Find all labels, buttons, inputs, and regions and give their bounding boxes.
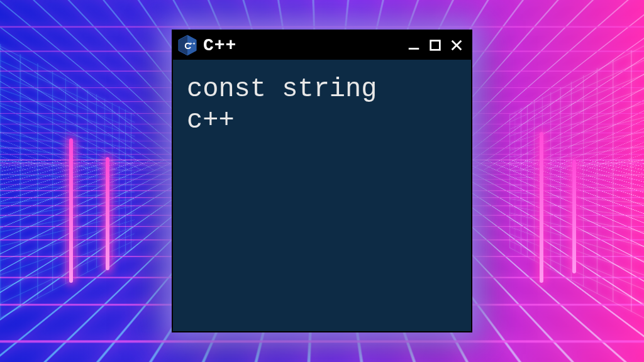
neon-bar (572, 160, 576, 273)
close-icon[interactable] (448, 37, 465, 53)
svg-rect-6 (431, 41, 440, 50)
neon-bar (69, 138, 73, 283)
cpp-logo-icon: C + + (178, 35, 197, 56)
window-title-group: C + + C++ (178, 35, 406, 56)
maximize-icon[interactable] (427, 37, 443, 53)
code-line-2: c++ (187, 106, 235, 136)
svg-text:+: + (192, 41, 196, 46)
code-line-1: const string (187, 74, 377, 104)
window-title: C++ (203, 36, 236, 55)
editor-window: C + + C++ const string c++ (172, 30, 472, 332)
editor-body[interactable]: const string c++ (173, 60, 471, 331)
minimize-icon[interactable] (406, 37, 422, 53)
window-controls (406, 37, 465, 53)
titlebar[interactable]: C + + C++ (173, 31, 471, 60)
